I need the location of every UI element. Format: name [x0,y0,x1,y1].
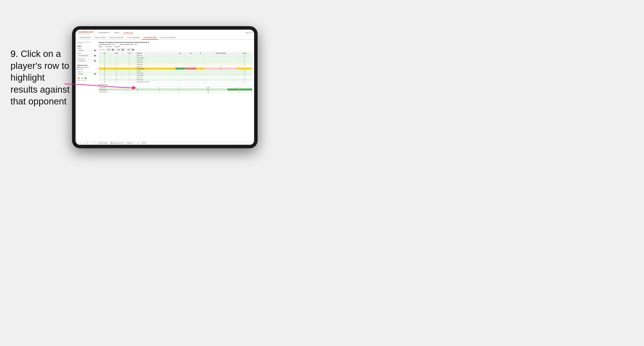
radio-opponents-played[interactable]: Opponents Played [77,67,97,68]
grid-title: Katelyn Vo Head-to-Head Grid for Women's… [99,41,252,43]
tab-player-summary[interactable]: PLAYER SUMMARY [125,36,142,39]
table-row[interactable]: 522Alexis Sudjianto ◎ [99,57,252,59]
table-row[interactable]: NAIA Division 1 15 0 0 9.267 30 [99,89,252,91]
region-filter: Region [99,46,103,47]
refresh-icon[interactable]: ↺ [93,142,94,144]
opponent-filter: Opponent [114,46,120,47]
records-row: Overall Record: 353 - 34 - 6 Division Re… [99,44,252,45]
player-rank-select[interactable]: 8. Katelyn Vo [77,59,97,62]
colour-by-section: Colour by Win/loss [77,71,97,76]
tab-team-h2h-grid[interactable]: TEAM H2H GRID [93,36,108,39]
tablet-screen: SCOREBOARD Powered by clippd TOURNAMENTS… [76,30,254,145]
filters-bar: Region Conference Opponent [99,46,252,47]
table-row[interactable]: 1063Andrea York ◎ [99,63,252,65]
left-panel: Last Updated: 27/03/2024 16:55:38 Player… [77,41,97,139]
division-select[interactable]: NCAA Division III [77,54,97,57]
table-row[interactable]: NCAA Division 2 5 0 0 7.400 10 [99,91,252,93]
division-label: Division [77,53,97,54]
nav-teams[interactable]: TEAMS [113,31,120,34]
col-tie: Tie [196,52,205,54]
out-of-division-table: Foreign Team 1 0 0 4.500 2 NAIA Division… [99,86,252,93]
table-row[interactable]: 20117Federica Domecq Lacroze ◎ [99,81,252,83]
table-row[interactable]: 613Sydney Kuo ◎ [99,59,252,61]
bottom-toolbar: ↩ ⟳ ↪ ✂ ⧉ − + ↺ 👁 View: Original 💾 Save … [76,141,254,145]
nav-committee[interactable]: COMMITTEE [123,31,134,34]
instruction-full-text: 9. Click on a player's row to highlight … [10,48,72,108]
opponent-view-section: Opponent view Opponents Played Top 100 [77,65,97,70]
col-opponent: Opponent [136,52,175,54]
sign-out-link[interactable]: | Sign out [245,32,252,33]
division-record: Division Record: 331 - 34 - 6 [120,44,137,45]
radio-top100[interactable]: Top 100 [77,68,97,70]
table-row[interactable]: 1585Stella Cheng ◎ [99,72,252,74]
redo-step-icon[interactable]: ⟳ [80,142,81,144]
table-row[interactable]: 11Haeju Hyun [99,65,252,68]
table-row[interactable]: Foreign Team 1 0 0 4.500 2 [99,86,252,89]
plus-icon[interactable]: + [91,142,92,144]
table-row[interactable]: 1691Jessica Mason ◎ [99,74,252,76]
cut-icon[interactable]: ✂ [84,142,86,144]
col-reg: # Reg [110,52,123,54]
out-of-division-section: Out of division Foreign Team 1 0 0 4.500… [99,84,252,93]
legend-level: Level [81,77,84,81]
resize-icon[interactable]: ⤢ [135,142,136,144]
data-table-wrapper: # Div # Reg # Conf Opponent Win Loss Tie… [99,52,252,83]
forward-icon[interactable]: ↪ [82,142,83,144]
table-row[interactable]: 31Esther Lee ◎ [99,54,252,57]
table-row[interactable]: 914Sharon Mun ◎ [99,61,252,63]
player-grid-table: # Div # Reg # Conf Opponent Win Loss Tie… [99,52,252,83]
col-win: Win [175,52,185,54]
conference-filter: Conference [106,46,112,47]
divider [96,142,96,144]
save-custom-view-btn[interactable]: 💾 Save Custom View [110,142,124,144]
last-updated: Last Updated: 27/03/2024 16:55:38 [77,41,97,44]
colour-by-select[interactable]: Win/loss [77,73,97,75]
tab-player-h2h-heatmap[interactable]: PLAYER H2H HEATMAP [158,36,178,39]
player-rank-label: Player (Rank) [77,58,97,59]
grid-icon[interactable]: ⊞ [137,142,138,144]
tablet-device: SCOREBOARD Powered by clippd TOURNAMENTS… [72,26,258,148]
right-panel: Katelyn Vo Head-to-Head Grid for Women's… [99,41,252,139]
legend-down: Down [77,77,80,81]
nav-tournaments[interactable]: TOURNAMENTS [97,31,110,34]
table-row[interactable]: 1822Euna Lee [99,76,252,78]
col-diff: Diff Av Strokes/Rnd [205,52,237,54]
filter-selects-row: Opponents: (All) (All) (All) [99,48,252,51]
gender-select[interactable]: Women's [77,49,97,52]
col-rounds: Rounds [237,52,252,54]
player-section-title: Player [77,45,97,47]
gender-label: Gender [77,47,97,49]
view-original-btn[interactable]: 👁 View: Original [97,142,108,144]
tab-team-summary[interactable]: TEAM SUMMARY [78,36,93,39]
share-btn[interactable]: ↗ Share [140,142,147,144]
colour-by-label: Colour by [77,71,97,72]
top-nav: SCOREBOARD Powered by clippd TOURNAMENTS… [76,30,254,36]
col-div: # Div [99,52,110,54]
out-of-division-label: Out of division [99,84,252,85]
legend-up: Up [84,77,86,81]
legend: Down Level Up [77,77,97,81]
main-content: Last Updated: 27/03/2024 16:55:38 Player… [76,40,254,141]
opponent-select[interactable]: (All) [126,48,135,51]
copy-icon[interactable]: ⧉ [87,142,88,144]
tab-team-h2h-heatmap[interactable]: TEAM H2H HEATMAP [108,36,125,39]
highlighted-row[interactable]: 131Jessica Huang 0 1 0 -3.00 2 [99,68,252,70]
table-row[interactable]: 19106Emily Chang ◎ [99,78,252,81]
conference-select[interactable]: (All) [116,48,125,51]
minus-icon[interactable]: − [89,142,90,144]
col-loss: Loss [185,52,196,54]
overall-record: Overall Record: 353 - 34 - 6 [99,44,116,45]
undo-icon[interactable]: ↩ [77,142,78,144]
watch-btn[interactable]: 👁 Watch ▾ [125,142,134,144]
nav-items: TOURNAMENTS TEAMS COMMITTEE [97,31,245,34]
sub-nav: TEAM SUMMARY TEAM H2H GRID TEAM H2H HEAT… [76,36,254,40]
col-conf: # Conf [122,52,136,54]
region-select[interactable]: (All) [106,48,115,51]
tab-player-h2h-grid[interactable]: PLAYER H2H GRID [142,36,158,40]
table-row[interactable]: 1474Eunice Yi ◎ [99,70,252,72]
logo: SCOREBOARD Powered by clippd [78,31,94,34]
